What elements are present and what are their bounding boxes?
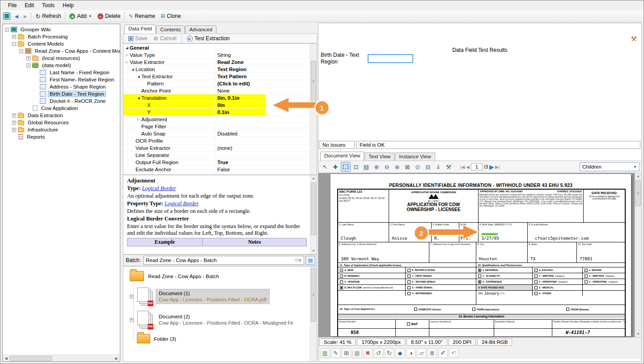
pointer-icon[interactable]: ↖ xyxy=(320,162,330,172)
property-row-text-extractor[interactable]: ◢Text ExtractorText Pattern xyxy=(123,73,310,80)
property-row-line-separator[interactable]: Line Separator xyxy=(123,152,310,159)
batch-item-folder-3[interactable]: Folder (3) xyxy=(137,334,310,343)
document-viewer[interactable]: PERSONALLY IDENTIFIABLE INFORMATION - WI… xyxy=(318,173,641,337)
property-value[interactable]: True xyxy=(215,160,310,165)
tree-item-birth-date-text-region[interactable]: Birth Date - Text Region xyxy=(3,90,120,97)
document-scrollbar[interactable]: ▲ ▼ xyxy=(635,173,641,337)
viewer-settings-icon[interactable]: ⚒ xyxy=(444,162,453,172)
checkbox[interactable] xyxy=(534,275,538,278)
property-row-x[interactable]: X0in xyxy=(123,102,310,109)
tree-item-data-extraction[interactable]: +Data Extraction xyxy=(3,112,120,119)
tree-item-first-name-relative-region[interactable]: First Name- Relative Region xyxy=(3,76,120,83)
property-row-exclude-anchor[interactable]: Exclude AnchorFalse xyxy=(123,166,310,173)
property-value[interactable]: (Click to edit) xyxy=(215,81,310,86)
edit-image-icon[interactable]: ✎ xyxy=(331,348,340,358)
checkbox[interactable] xyxy=(585,269,588,272)
checkbox[interactable] xyxy=(534,292,538,295)
checkbox[interactable] xyxy=(414,308,417,311)
open-batch-button[interactable]: ▤ xyxy=(305,256,315,265)
delete-button[interactable]: −Delete xyxy=(95,12,123,20)
zoom-actual-icon[interactable]: ⊙ xyxy=(413,162,423,172)
scroll-left-icon[interactable]: ◀ xyxy=(3,356,9,360)
tree-item-grooper-wiki[interactable]: −Grooper Wiki xyxy=(3,26,120,33)
clone-button[interactable]: ⊞Clone xyxy=(158,12,183,20)
test-settings-icon[interactable]: ⚒ xyxy=(631,35,637,43)
property-value[interactable]: Text Pattern xyxy=(215,74,310,79)
tree-item-cow-application[interactable]: Cow Application xyxy=(3,105,120,112)
print-icon[interactable]: ⊟ xyxy=(423,162,433,172)
tree-item-last-name-fixed-region[interactable]: Last Name - Fixed Region xyxy=(3,69,120,76)
collapse-icon[interactable]: ◢ xyxy=(136,96,141,100)
tab-instance-view[interactable]: Instance View xyxy=(395,152,435,161)
property-value[interactable]: None xyxy=(215,88,310,93)
expand-icon[interactable]: ▷ xyxy=(124,53,130,57)
collapse-icon[interactable]: ◢ xyxy=(136,75,141,78)
crop-icon[interactable]: ▱ xyxy=(417,348,426,358)
property-value[interactable]: 0.1in xyxy=(215,110,310,115)
property-value[interactable]: Disabled xyxy=(215,131,310,136)
checkbox-checked[interactable] xyxy=(478,269,481,272)
test-extraction-button[interactable]: ▶Test Extraction xyxy=(184,35,233,42)
tab-contents[interactable]: Contents xyxy=(156,25,185,34)
property-value[interactable]: Read Zone xyxy=(215,59,310,65)
last-page-button[interactable]: ▶| xyxy=(495,165,500,169)
page-number-input[interactable] xyxy=(471,163,483,170)
tab-text-view[interactable]: Text View xyxy=(364,152,394,161)
save-button[interactable]: Save xyxy=(126,35,150,42)
zoom-fit-icon[interactable]: ⊠ xyxy=(402,162,412,172)
filter-icon[interactable]: ▽⊜ xyxy=(295,258,301,262)
property-value[interactable]: Text Region xyxy=(215,67,310,72)
scroll-down-icon[interactable]: ▼ xyxy=(310,248,317,254)
tree-item-local-resources[interactable]: +(local resources) xyxy=(3,55,120,62)
checkbox[interactable] xyxy=(407,286,411,289)
contrast-icon[interactable]: ◑ xyxy=(406,348,415,358)
rotate-cw-icon[interactable]: ↻ xyxy=(385,348,394,358)
property-row-output-full-region[interactable]: Output Full RegionTrue xyxy=(123,159,310,166)
checkbox[interactable] xyxy=(407,275,411,278)
checkbox[interactable] xyxy=(407,269,411,272)
zoom-in-icon[interactable]: ⊕ xyxy=(372,162,381,172)
scrollbar-thumb[interactable] xyxy=(311,61,316,102)
property-value[interactable]: 0in xyxy=(215,102,310,108)
forward-button[interactable]: ▶ xyxy=(21,13,30,20)
property-row-general[interactable]: ◢General xyxy=(123,44,310,51)
ip-profile-shield-icon[interactable]: ◆ xyxy=(395,348,405,358)
collapse-icon[interactable]: − xyxy=(26,63,30,68)
property-row-adjustment[interactable]: ▷Adjustment xyxy=(123,116,310,123)
checkbox[interactable] xyxy=(472,308,475,311)
menu-file[interactable]: File xyxy=(4,1,21,10)
rotate-ccw-icon[interactable]: ↺ xyxy=(374,348,383,358)
expand-icon[interactable]: ▷ xyxy=(124,60,130,64)
tree-item-batch-processing[interactable]: +Batch Processing xyxy=(3,33,120,40)
line-removal-icon[interactable]: ≣ xyxy=(428,348,437,358)
batch-item-document-2[interactable]: +PDFDocument (2)Cow App - Licensee - Pos… xyxy=(130,311,310,329)
property-row-translation[interactable]: ◢Translation0in, 0.1in xyxy=(123,94,310,102)
tree-horizontal-scrollbar[interactable]: ◀ ▶ xyxy=(3,355,120,361)
expand-icon[interactable]: + xyxy=(26,56,30,60)
scrollbar-thumb[interactable] xyxy=(311,182,316,235)
batch-combo[interactable]: Read Zone - Cow Apps - Batch ▽⊜ xyxy=(143,256,304,265)
property-row-anchor-point[interactable]: Anchor PointNone xyxy=(123,87,310,94)
first-page-button[interactable]: |◀ xyxy=(460,165,465,169)
image-placeholder-icon[interactable]: ▦ xyxy=(352,348,362,358)
checkbox[interactable] xyxy=(566,308,569,311)
extract-zone-icon[interactable]: ⊞ xyxy=(342,348,351,358)
property-row-ocr-profile[interactable]: OCR Profile xyxy=(123,137,310,144)
batch-item-document-1[interactable]: +PDFDocument (1)Cow App - Licenses - Pos… xyxy=(130,288,310,305)
expand-icon[interactable]: + xyxy=(12,128,16,132)
save-image-icon[interactable]: ▥ xyxy=(320,348,330,358)
checkbox[interactable] xyxy=(407,322,410,326)
checkbox[interactable] xyxy=(407,280,411,284)
batch-tree-scrollbar[interactable] xyxy=(310,267,317,361)
rename-button[interactable]: ✎Rename xyxy=(126,12,158,20)
checkbox[interactable] xyxy=(585,275,588,278)
tree-item-docket-reocr-zone[interactable]: Docket # - ReOCR Zone xyxy=(3,97,120,105)
scroll-right-icon[interactable]: ▶ xyxy=(113,356,120,360)
delete-image-icon[interactable]: ✖ xyxy=(363,348,373,358)
menu-help[interactable]: Help xyxy=(59,1,78,10)
tree-item-content-models[interactable]: −Content Models xyxy=(3,40,120,47)
scrollbar-thumb[interactable] xyxy=(9,356,52,361)
zoom-selection-icon[interactable]: ⊛ xyxy=(392,162,402,172)
children-dropdown[interactable]: Children ▼ xyxy=(580,162,640,171)
zoom-out-icon[interactable]: ⊖ xyxy=(382,162,392,172)
